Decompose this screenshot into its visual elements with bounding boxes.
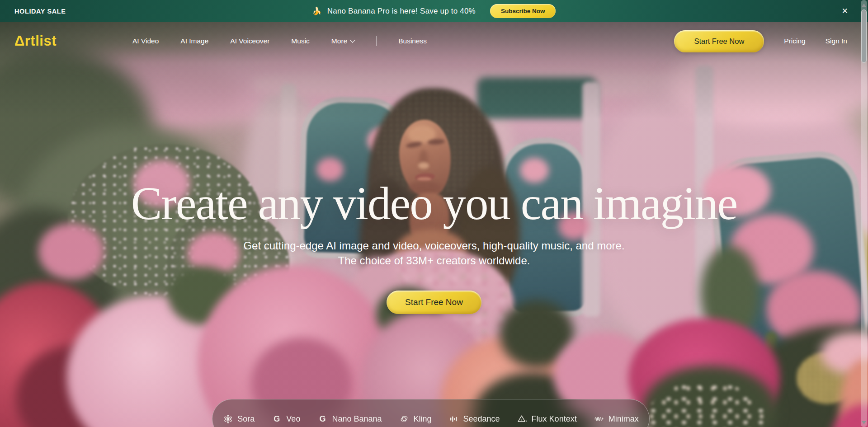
nav-item-label: Business: [398, 37, 427, 45]
scrollbar-thumb[interactable]: [861, 9, 867, 63]
scrollbar-down-arrow-icon[interactable]: [862, 421, 866, 424]
google-g-glyph: G: [274, 415, 280, 423]
nav-item-business[interactable]: Business: [398, 37, 427, 45]
subscribe-now-button[interactable]: Subscribe Now: [490, 4, 556, 18]
google-g-glyph: G: [319, 415, 326, 423]
nav-item-label: Music: [291, 37, 309, 45]
kling-loop-icon: [399, 414, 409, 424]
nav-links: AI Video AI Image AI Voiceover Music Mor…: [132, 36, 427, 46]
nav-item-label: AI Voiceover: [230, 37, 269, 45]
model-item-minimax: Minimax: [594, 414, 639, 424]
model-label: Flux Kontext: [532, 414, 577, 424]
close-icon[interactable]: ✕: [842, 7, 848, 15]
model-item-veo: G Veo: [272, 414, 300, 424]
model-item-kling: Kling: [399, 414, 432, 424]
nav-item-label: AI Video: [132, 37, 159, 45]
nav-item-music[interactable]: Music: [291, 37, 309, 45]
model-label: Nano Banana: [332, 414, 382, 424]
nav-right-cluster: Start Free Now Pricing Sign In: [674, 30, 847, 52]
google-g-icon: G: [317, 414, 327, 424]
promo-banner: HOLIDAY SALE 🍌 Nano Banana Pro is here! …: [0, 0, 868, 22]
hero-background-image: Create any video you can imagine Get cut…: [0, 22, 868, 427]
hero-subheading: Get cutting-edge AI image and video, voi…: [0, 238, 868, 268]
sign-in-link[interactable]: Sign In: [826, 37, 847, 45]
nav-item-label: AI Image: [180, 37, 208, 45]
openai-flower-icon: [223, 414, 233, 424]
minimax-wave-icon: [594, 414, 604, 424]
flux-triangle-icon: [517, 414, 527, 424]
nav-divider: [376, 36, 377, 46]
google-g-icon: G: [272, 414, 282, 424]
scrollbar-track[interactable]: [861, 0, 867, 427]
model-label: Veo: [286, 414, 300, 424]
model-label: Seedance: [463, 414, 500, 424]
chevron-down-icon: [350, 38, 355, 42]
model-item-sora: Sora: [223, 414, 255, 424]
main-navigation: Δrtlist AI Video AI Image AI Voiceover M…: [0, 22, 868, 60]
hero-heading: Create any video you can imagine: [0, 180, 868, 227]
hero-subheading-line1: Get cutting-edge AI image and video, voi…: [0, 238, 868, 253]
scrollbar-up-arrow-icon[interactable]: [862, 4, 866, 7]
pricing-link[interactable]: Pricing: [784, 37, 805, 45]
model-item-seedance: Seedance: [449, 414, 500, 424]
holiday-sale-label: HOLIDAY SALE: [14, 8, 66, 15]
hero-start-free-button[interactable]: Start Free Now: [387, 291, 481, 314]
model-item-flux-kontext: Flux Kontext: [517, 414, 577, 424]
artlist-homepage: Create any video you can imagine Get cut…: [0, 0, 868, 427]
nav-item-ai-video[interactable]: AI Video: [132, 37, 159, 45]
ai-models-bar: Sora G Veo G Nano Banana Kling: [212, 399, 650, 427]
nav-item-label: More: [331, 37, 347, 45]
nav-item-ai-voiceover[interactable]: AI Voiceover: [230, 37, 269, 45]
model-label: Minimax: [609, 414, 639, 424]
model-label: Sora: [237, 414, 255, 424]
browser-scrollbar: [861, 0, 867, 427]
nav-item-more[interactable]: More: [331, 37, 354, 45]
model-label: Kling: [414, 414, 432, 424]
nav-start-free-button[interactable]: Start Free Now: [674, 30, 764, 52]
artlist-logo[interactable]: Δrtlist: [14, 33, 57, 49]
hero-subheading-line2: The choice of 33M+ creators worldwide.: [0, 253, 868, 268]
promo-text: Nano Banana Pro is here! Save up to 40%: [327, 7, 476, 16]
seedance-bars-icon: [449, 414, 459, 424]
model-item-nano-banana: G Nano Banana: [317, 414, 382, 424]
banana-icon: 🍌: [312, 6, 322, 16]
promo-banner-center: 🍌 Nano Banana Pro is here! Save up to 40…: [312, 4, 556, 18]
nav-item-ai-image[interactable]: AI Image: [180, 37, 208, 45]
